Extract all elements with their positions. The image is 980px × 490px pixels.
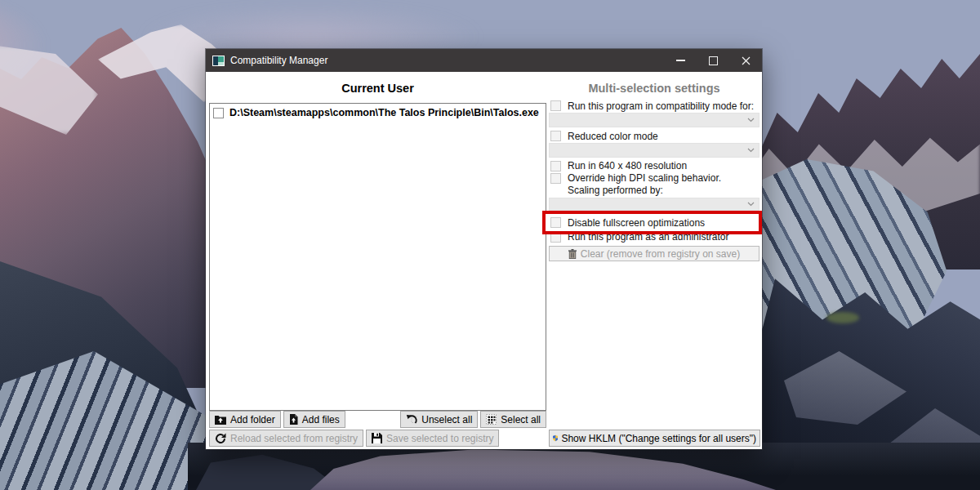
- add-folder-label: Add folder: [230, 414, 275, 425]
- resolution-row: Run in 640 x 480 resolution: [549, 160, 760, 172]
- clear-button[interactable]: Clear (remove from registry on save): [549, 246, 760, 261]
- add-folder-button[interactable]: Add folder: [209, 411, 281, 428]
- save-icon: [372, 433, 382, 443]
- program-list[interactable]: D:\Steam\steamapps\common\The Talos Prin…: [209, 103, 546, 411]
- unselect-all-label: Unselect all: [421, 414, 472, 425]
- save-registry-label: Save selected to registry: [386, 433, 493, 444]
- compat-mode-checkbox[interactable]: [550, 100, 561, 111]
- select-all-grid-icon: [486, 414, 497, 425]
- resolution-label: Run in 640 x 480 resolution: [568, 160, 687, 172]
- compatibility-manager-window: Compatibility Manager Current User Multi…: [206, 49, 762, 449]
- multi-selection-panel: Run this program in compatibility mode f…: [549, 100, 760, 261]
- uac-shield-icon: [553, 432, 558, 444]
- close-button[interactable]: [729, 49, 762, 72]
- highlight-annotation: Disable fullscreen optimizations: [542, 211, 762, 234]
- add-files-button[interactable]: Add files: [283, 411, 345, 428]
- clear-button-label: Clear (remove from registry on save): [581, 248, 740, 260]
- registry-actions-row: Reload selected from registry Save selec…: [209, 430, 499, 447]
- window-title: Compatibility Manager: [230, 55, 327, 66]
- close-icon: [742, 56, 751, 65]
- compat-mode-label: Run this program in compatibility mode f…: [568, 100, 754, 112]
- compat-os-dropdown[interactable]: [549, 113, 760, 127]
- current-user-heading: Current User: [209, 82, 546, 95]
- fullscreen-opt-checkbox[interactable]: [550, 217, 561, 228]
- save-registry-button[interactable]: Save selected to registry: [366, 430, 499, 447]
- spacer: [348, 411, 399, 428]
- add-files-label: Add files: [302, 414, 340, 425]
- reduced-color-row: Reduced color mode: [549, 130, 760, 142]
- dpi-override-row: Override high DPI scaling behavior.: [549, 172, 760, 184]
- folder-up-icon: [215, 415, 226, 425]
- app-icon: [212, 56, 225, 66]
- select-all-button[interactable]: Select all: [480, 411, 546, 428]
- multi-selection-heading: Multi-selection settings: [549, 82, 760, 95]
- chevron-down-icon: [747, 118, 755, 122]
- program-checkbox[interactable]: [213, 108, 224, 118]
- scaling-performed-label: Scaling performed by:: [549, 185, 760, 196]
- scaling-dropdown[interactable]: [549, 198, 760, 211]
- refresh-icon: [215, 433, 226, 444]
- reload-registry-label: Reload selected from registry: [230, 433, 358, 444]
- list-actions-row: Add folder Add files Unselect all Select…: [209, 411, 546, 428]
- file-up-icon: [289, 414, 298, 425]
- minimize-button[interactable]: [664, 49, 697, 72]
- select-all-label: Select all: [501, 414, 541, 425]
- fullscreen-opt-label: Disable fullscreen optimizations: [568, 217, 705, 229]
- color-mode-dropdown[interactable]: [549, 143, 760, 158]
- dpi-override-label: Override high DPI scaling behavior.: [568, 172, 721, 184]
- dpi-override-checkbox[interactable]: [550, 173, 561, 184]
- reduced-color-checkbox[interactable]: [550, 131, 561, 141]
- unselect-all-button[interactable]: Unselect all: [400, 411, 478, 428]
- wallpaper-moss: [826, 312, 859, 323]
- program-path: D:\Steam\steamapps\common\The Talos Prin…: [229, 107, 539, 118]
- minimize-icon: [676, 60, 685, 61]
- titlebar[interactable]: Compatibility Manager: [206, 49, 762, 72]
- chevron-down-icon: [747, 202, 755, 207]
- reload-registry-button[interactable]: Reload selected from registry: [209, 430, 363, 447]
- chevron-down-icon: [747, 148, 755, 153]
- program-list-item[interactable]: D:\Steam\steamapps\common\The Talos Prin…: [210, 104, 546, 122]
- maximize-button[interactable]: [697, 49, 729, 72]
- compat-mode-row: Run this program in compatibility mode f…: [549, 100, 760, 112]
- desktop: Compatibility Manager Current User Multi…: [0, 0, 980, 490]
- show-hklm-label: Show HKLM ("Change settings for all user…: [561, 433, 756, 444]
- show-hklm-button[interactable]: Show HKLM ("Change settings for all user…: [549, 430, 760, 447]
- undo-icon: [406, 414, 417, 425]
- maximize-icon: [709, 56, 718, 65]
- resolution-checkbox[interactable]: [550, 161, 561, 172]
- fullscreen-opt-row: Disable fullscreen optimizations: [546, 217, 705, 229]
- trash-icon: [568, 249, 577, 259]
- reduced-color-label: Reduced color mode: [568, 131, 658, 142]
